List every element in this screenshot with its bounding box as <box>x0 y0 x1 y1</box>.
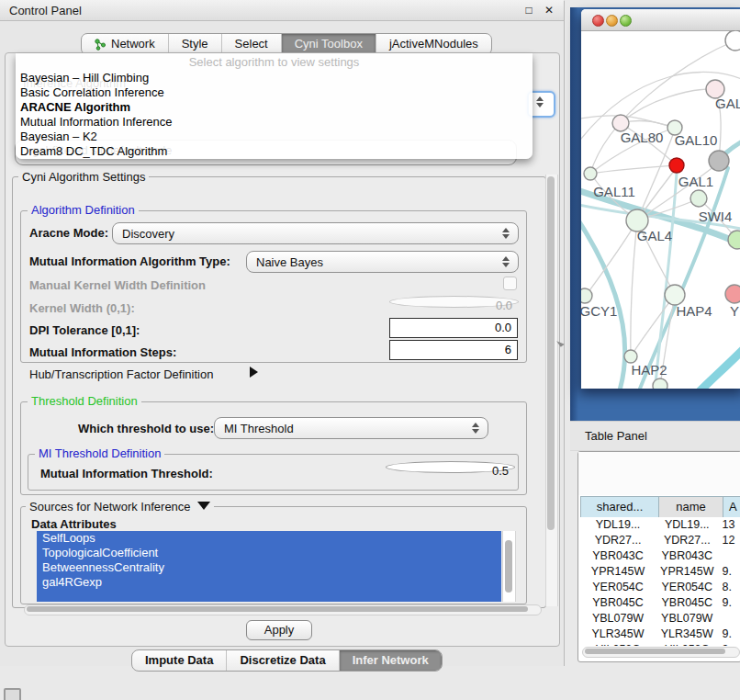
tab-impute-data-label: Impute Data <box>145 650 213 671</box>
tab-network[interactable]: Network <box>82 34 168 54</box>
collapse-down-icon[interactable] <box>197 502 210 510</box>
attribute-item[interactable]: BetweennessCentrality <box>37 560 501 575</box>
dropdown-item[interactable]: Basic Correlation Inference <box>20 85 164 100</box>
table-row[interactable]: YDL19...YDL19...13 <box>580 517 740 533</box>
network-node-label: HAP4 <box>676 303 712 319</box>
network-node[interactable] <box>584 167 597 180</box>
network-node[interactable] <box>690 190 707 207</box>
sources-title-text: Sources for Network Inference <box>29 500 191 514</box>
aracne-mode-label: Aracne Mode: <box>29 226 108 240</box>
which-threshold-select[interactable]: MI Threshold <box>214 417 488 439</box>
dropdown-item[interactable]: Bayesian – Hill Climbing <box>20 71 149 85</box>
kernel-width-input[interactable]: 0.0 <box>389 296 519 308</box>
table-row[interactable]: YDR27...YDR27...12 <box>580 533 740 548</box>
apply-button[interactable]: Apply <box>246 620 312 640</box>
attribute-item[interactable]: SelfLoops <box>37 531 501 546</box>
column-header-partial[interactable]: A <box>723 496 740 518</box>
network-node-label: GAL1 <box>678 174 713 189</box>
dropdown-item[interactable]: Mutual Information Inference <box>20 115 172 130</box>
network-node[interactable] <box>581 288 592 303</box>
table-hscrollbar-thumb[interactable] <box>585 649 725 654</box>
network-node[interactable] <box>653 378 667 389</box>
minimized-panel-icon[interactable] <box>4 688 21 700</box>
dpi-tolerance-input[interactable]: 0.0 <box>389 318 518 338</box>
table-row[interactable]: YER054CYER054C8. <box>580 580 740 595</box>
network-node[interactable] <box>624 350 637 363</box>
dropdown-item[interactable]: Dream8 DC_TDC Algorithm <box>20 144 167 159</box>
table-row[interactable]: YPR145WYPR145W9. <box>580 564 740 580</box>
expand-right-icon[interactable] <box>250 367 258 378</box>
minimize-traffic-light-icon[interactable] <box>606 15 618 27</box>
network-node[interactable] <box>669 158 684 173</box>
network-node[interactable] <box>728 231 740 249</box>
aracne-mode-select[interactable]: Discovery <box>112 222 519 244</box>
dropdown-item[interactable]: ARACNE Algorithm <box>20 100 130 115</box>
network-node-label: GAL10 <box>675 132 718 148</box>
attributes-scrollbar-thumb[interactable] <box>505 540 512 593</box>
close-traffic-light-icon[interactable] <box>592 15 604 27</box>
network-node-label: GAL <box>715 96 740 111</box>
tab-style[interactable]: Style <box>168 34 221 54</box>
stepper-arrows-icon <box>532 96 552 107</box>
network-node[interactable] <box>725 30 740 51</box>
column-header-name[interactable]: name <box>658 496 723 518</box>
attribute-item[interactable] <box>37 590 501 602</box>
network-edge <box>698 347 740 389</box>
mi-type-select[interactable]: Naive Bayes <box>246 251 519 273</box>
table-row[interactable]: YIL052CYIL052C9. <box>580 642 740 646</box>
settings-scrollbar[interactable] <box>545 175 558 606</box>
tab-style-label: Style <box>182 34 208 54</box>
sources-group-title: Sources for Network Inference <box>26 501 214 513</box>
tab-select[interactable]: Select <box>221 34 281 54</box>
settings-group-title: Cyni Algorithm Settings <box>18 171 149 183</box>
attribute-item[interactable]: gal4RGexp <box>37 575 501 590</box>
table-cell: YLR345W <box>580 627 656 642</box>
table-row[interactable]: YBR045CYBR045C9. <box>580 595 740 611</box>
table-row[interactable]: YBL079WYBL079W <box>580 611 740 627</box>
attributes-scrollbar[interactable] <box>502 531 516 602</box>
stepper-arrows-icon <box>467 423 488 434</box>
desktop-edge-shadow <box>570 7 578 421</box>
network-node[interactable] <box>709 151 729 171</box>
table-panel-titlebar: Table Panel <box>570 421 740 451</box>
table-cell: YDR27... <box>656 533 718 548</box>
settings-hscrollbar-thumb[interactable] <box>27 606 528 612</box>
tab-infer-network[interactable]: Infer Network <box>339 650 442 671</box>
tab-jactivemnodules[interactable]: jActiveMNodules <box>376 34 491 54</box>
table-cell: YLR345W <box>656 627 718 642</box>
close-window-icon[interactable]: ✕ <box>542 3 556 17</box>
table-row[interactable]: YLR345WYLR345W9. <box>580 627 740 642</box>
data-attributes-list[interactable]: SelfLoops TopologicalCoefficient Between… <box>37 531 501 602</box>
table-cell <box>718 548 740 564</box>
aracne-mode-value: Discovery <box>113 227 498 241</box>
network-node[interactable] <box>665 285 685 305</box>
network-node[interactable] <box>725 285 740 303</box>
table-cell: YPR145W <box>656 564 718 580</box>
manual-kernel-checkbox[interactable] <box>503 277 517 290</box>
settings-scrollbar-thumb[interactable] <box>547 176 555 530</box>
restore-window-icon[interactable]: □ <box>521 3 536 17</box>
hub-section-label[interactable]: Hub/Transcription Factor Definition <box>29 367 213 381</box>
network-edge <box>590 165 677 174</box>
attribute-item[interactable]: TopologicalCoefficient <box>37 546 501 560</box>
dpi-tolerance-label: DPI Tolerance [0,1]: <box>29 323 140 337</box>
tab-jactivemnodules-label: jActiveMNodules <box>389 34 478 54</box>
column-header-shared-name[interactable]: shared... <box>580 496 659 518</box>
zoom-traffic-light-icon[interactable] <box>620 15 632 27</box>
tab-network-label: Network <box>111 34 155 54</box>
tab-cyni-toolbox[interactable]: Cyni Toolbox <box>281 34 376 54</box>
table-hscrollbar[interactable] <box>582 647 740 658</box>
table-row[interactable]: YBR043CYBR043C <box>580 548 740 564</box>
mi-threshold-label: Mutual Information Threshold: <box>40 467 213 480</box>
mi-steps-input[interactable]: 6 <box>389 340 518 360</box>
mi-threshold-input[interactable]: 0.5 <box>386 461 515 473</box>
settings-hscrollbar[interactable] <box>24 604 542 615</box>
tab-impute-data[interactable]: Impute Data <box>132 650 226 671</box>
tab-discretize-data[interactable]: Discretize Data <box>226 650 338 671</box>
table-cell: YIL052C <box>656 642 718 646</box>
network-canvas[interactable]: GALGAL80GAL10GAL11GAL1SWI4GAL4GCY1HAP4YH… <box>581 30 740 389</box>
dropdown-item[interactable]: Bayesian – K2 <box>20 130 97 144</box>
table-cell: YDR27... <box>580 533 656 548</box>
table-cell: 12 <box>718 533 740 548</box>
network-node-label: Y <box>730 303 739 319</box>
